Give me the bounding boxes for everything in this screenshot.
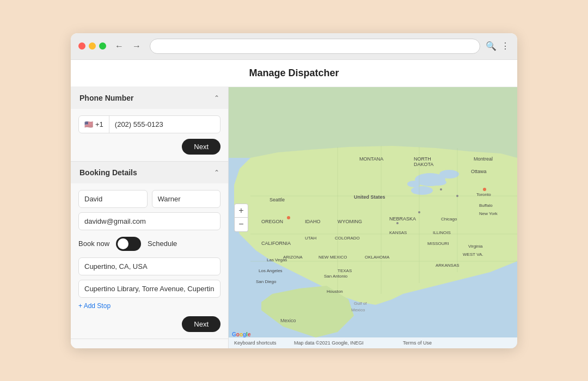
svg-text:United States: United States — [354, 194, 385, 200]
svg-point-19 — [456, 195, 458, 197]
page-title-text: Manage Dispatcher — [249, 67, 339, 78]
browser-actions: 🔍 ⋮ — [486, 41, 510, 51]
more-icon[interactable]: ⋮ — [501, 41, 510, 51]
svg-text:Map data ©2021 Google, INEGI: Map data ©2021 Google, INEGI — [294, 340, 364, 346]
svg-point-6 — [411, 186, 433, 195]
booking-fields: Book now Schedule + Add Stop — [78, 190, 220, 332]
browser-window: ← → 🔍 ⋮ Manage Dispatcher Phone Number ⌃ — [71, 33, 517, 348]
close-button[interactable] — [78, 42, 85, 50]
book-now-label: Book now — [78, 239, 109, 248]
svg-text:Google: Google — [232, 331, 251, 337]
svg-text:MISSOURI: MISSOURI — [427, 241, 449, 246]
left-panel: Phone Number ⌃ 🇺🇸 +1 Next — [71, 87, 229, 348]
nav-buttons: ← → — [112, 40, 144, 52]
svg-text:Houston: Houston — [327, 289, 343, 294]
address-bar[interactable] — [150, 39, 480, 54]
svg-text:WEST VA.: WEST VA. — [463, 252, 483, 257]
svg-text:WYOMING: WYOMING — [338, 219, 362, 224]
svg-text:ARKANSAS: ARKANSAS — [436, 263, 460, 268]
phone-prefix: +1 — [95, 120, 103, 128]
phone-next-wrapper: Next — [78, 139, 220, 155]
minimize-button[interactable] — [89, 42, 96, 50]
booking-details-header[interactable]: Booking Details ⌃ — [71, 162, 228, 183]
svg-text:NEBRASKA: NEBRASKA — [389, 216, 416, 222]
svg-point-20 — [418, 211, 420, 213]
phone-input[interactable] — [109, 116, 220, 133]
svg-text:Los Angeles: Los Angeles — [259, 268, 283, 273]
toggle-thumb — [118, 238, 128, 249]
svg-point-18 — [440, 188, 442, 190]
svg-text:Chicago: Chicago — [441, 217, 457, 222]
svg-text:New York: New York — [479, 211, 498, 216]
svg-text:Ottawa: Ottawa — [471, 169, 487, 174]
booking-details-title: Booking Details — [79, 168, 137, 177]
map-canvas: Seattle MONTANA NORTH DAKOTA Ottawa Mont… — [229, 87, 517, 348]
svg-text:NEW MEXICO: NEW MEXICO — [318, 255, 347, 260]
booking-chevron-icon: ⌃ — [214, 169, 219, 176]
svg-text:Seattle: Seattle — [270, 197, 285, 202]
svg-text:MONTANA: MONTANA — [359, 156, 383, 162]
schedule-label: Schedule — [148, 239, 177, 248]
flag-prefix[interactable]: 🇺🇸 +1 — [79, 116, 109, 133]
phone-input-row: 🇺🇸 +1 — [78, 115, 220, 133]
back-button[interactable]: ← — [112, 40, 127, 52]
zoom-in-button[interactable]: + — [234, 204, 248, 218]
forward-button[interactable]: → — [129, 40, 144, 52]
maximize-button[interactable] — [99, 42, 106, 50]
booking-next-button[interactable]: Next — [182, 316, 220, 332]
svg-text:Terms of Use: Terms of Use — [403, 340, 432, 346]
phone-number-section: Phone Number ⌃ 🇺🇸 +1 Next — [71, 87, 228, 162]
toggle-track — [116, 237, 141, 251]
email-input[interactable] — [78, 212, 220, 230]
traffic-lights — [78, 42, 106, 50]
dropoff-input[interactable] — [78, 280, 220, 298]
svg-text:TEXAS: TEXAS — [338, 268, 352, 273]
svg-text:OKLAHOMA: OKLAHOMA — [365, 255, 390, 260]
svg-point-16 — [287, 216, 290, 219]
booking-next-wrapper: Next — [78, 314, 220, 332]
phone-number-header[interactable]: Phone Number ⌃ — [71, 87, 228, 109]
svg-point-7 — [430, 179, 446, 186]
last-name-input[interactable] — [152, 190, 221, 208]
add-stop-label: + Add Stop — [78, 302, 111, 310]
booking-details-body: Book now Schedule + Add Stop — [71, 183, 228, 339]
svg-text:Las Vegas: Las Vegas — [267, 257, 287, 262]
map-controls: + − — [234, 204, 248, 232]
svg-point-21 — [396, 222, 399, 224]
svg-text:COLORADO: COLORADO — [335, 236, 360, 241]
pickup-input[interactable] — [78, 257, 220, 275]
svg-text:San Diego: San Diego — [256, 279, 277, 284]
svg-text:San Antonio: San Antonio — [324, 274, 348, 279]
svg-point-4 — [439, 170, 459, 179]
browser-chrome: ← → 🔍 ⋮ — [71, 33, 517, 60]
zoom-out-button[interactable]: − — [234, 218, 248, 232]
map-area: Seattle MONTANA NORTH DAKOTA Ottawa Mont… — [229, 87, 517, 348]
svg-text:Toronto: Toronto — [476, 192, 491, 197]
svg-point-17 — [483, 188, 486, 191]
svg-text:ILLINOIS: ILLINOIS — [433, 230, 451, 235]
page-title: Manage Dispatcher — [71, 60, 517, 87]
add-stop-link[interactable]: + Add Stop — [78, 302, 220, 310]
svg-text:Mexico: Mexico — [280, 318, 296, 323]
search-icon: 🔍 — [486, 41, 497, 51]
booking-details-section: Booking Details ⌃ Book now — [71, 162, 228, 339]
phone-number-title: Phone Number — [79, 94, 134, 102]
phone-chevron-icon: ⌃ — [214, 94, 219, 102]
svg-text:NORTH: NORTH — [414, 156, 431, 162]
svg-text:Montreal: Montreal — [474, 156, 493, 162]
name-row — [78, 190, 220, 208]
svg-text:IDAHO: IDAHO — [305, 219, 321, 224]
main-content: Phone Number ⌃ 🇺🇸 +1 Next — [71, 87, 517, 348]
svg-text:Gulf of: Gulf of — [354, 301, 367, 306]
phone-number-body: 🇺🇸 +1 Next — [71, 109, 228, 161]
svg-text:Buffalo: Buffalo — [479, 203, 493, 208]
first-name-input[interactable] — [78, 190, 148, 208]
svg-point-5 — [407, 181, 420, 187]
phone-next-button[interactable]: Next — [182, 139, 220, 155]
us-flag-icon: 🇺🇸 — [84, 120, 93, 128]
booking-toggle[interactable] — [116, 237, 141, 251]
svg-text:KANSAS: KANSAS — [389, 230, 407, 235]
svg-text:DAKOTA: DAKOTA — [414, 162, 433, 167]
svg-text:OREGON: OREGON — [261, 219, 283, 224]
svg-text:Mexico: Mexico — [351, 308, 365, 312]
